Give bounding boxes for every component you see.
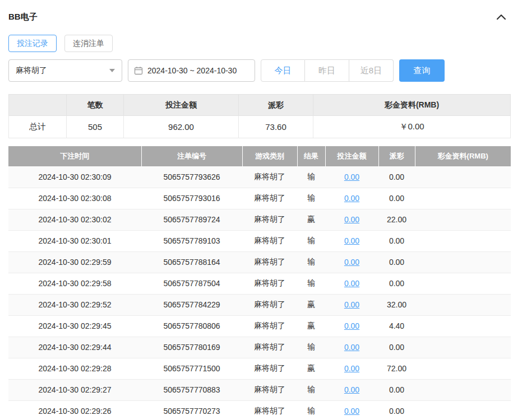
table-row: 2024-10-30 02:30:015065757789103麻将胡了输0.0…: [8, 230, 511, 251]
date-range-picker[interactable]: 2024-10-30 ~ 2024-10-30: [128, 59, 255, 82]
cell-order-id: 5065757793016: [141, 188, 242, 209]
cell-bet-time: 2024-10-30 02:29:44: [8, 337, 141, 358]
cell-result: 赢: [297, 294, 325, 315]
summary-header-bet-amount: 投注金额: [124, 95, 239, 116]
header-game-type: 游戏类别: [242, 146, 297, 166]
tab-bet-records[interactable]: 投注记录: [8, 35, 57, 52]
summary-header-payout: 派彩: [239, 95, 313, 116]
cell-game-type: 麻将胡了: [242, 337, 297, 358]
bet-amount-link[interactable]: 0.00: [344, 194, 359, 203]
cell-game-type: 麻将胡了: [242, 294, 297, 315]
cell-payout: 0.00: [378, 166, 415, 188]
bet-amount-link[interactable]: 0.00: [344, 300, 359, 309]
cell-result: 输: [297, 273, 325, 294]
summary-total-bet-amount: 962.00: [124, 116, 239, 138]
cell-bonus: [415, 315, 511, 337]
table-row: 2024-10-30 02:29:585065757787504麻将胡了输0.0…: [8, 273, 511, 294]
record-tabs: 投注记录 连消注单: [8, 35, 511, 52]
cell-game-type: 麻将胡了: [242, 230, 297, 251]
cell-payout: 0.00: [378, 251, 415, 273]
cell-result: 赢: [297, 315, 325, 337]
cell-order-id: 5065757780806: [141, 315, 242, 337]
cell-payout: 0.00: [378, 400, 415, 420]
bet-record-panel: BB电子 投注记录 连消注单 麻将胡了 2024-10-30 ~ 2024-10…: [0, 0, 513, 420]
summary-total-count: 505: [67, 116, 124, 138]
cell-game-type: 麻将胡了: [242, 315, 297, 337]
bet-amount-link[interactable]: 0.00: [344, 321, 359, 330]
cell-payout: 0.00: [378, 230, 415, 251]
cell-bonus: [415, 188, 511, 209]
cell-bonus: [415, 358, 511, 379]
cell-payout: 72.00: [378, 358, 415, 379]
cell-bet-time: 2024-10-30 02:29:27: [8, 379, 141, 400]
game-type-select[interactable]: 麻将胡了: [8, 59, 122, 82]
table-row: 2024-10-30 02:29:275065757770883麻将胡了输0.0…: [8, 379, 511, 400]
records-table-body: 2024-10-30 02:30:095065757793626麻将胡了输0.0…: [8, 166, 511, 420]
summary-header-blank: [9, 95, 67, 116]
cell-game-type: 麻将胡了: [242, 188, 297, 209]
cell-bet-amount: 0.00: [325, 251, 378, 273]
cell-game-type: 麻将胡了: [242, 273, 297, 294]
bet-amount-link[interactable]: 0.00: [344, 364, 359, 373]
cell-bet-amount: 0.00: [325, 209, 378, 230]
bet-amount-link[interactable]: 0.00: [344, 215, 359, 224]
table-row: 2024-10-30 02:29:455065757780806麻将胡了赢0.0…: [8, 315, 511, 337]
cell-bonus: [415, 251, 511, 273]
cell-bet-time: 2024-10-30 02:30:09: [8, 166, 141, 188]
cell-payout: 0.00: [378, 337, 415, 358]
cell-order-id: 5065757784229: [141, 294, 242, 315]
header-payout: 派彩: [378, 146, 415, 166]
cell-payout: 0.00: [378, 379, 415, 400]
table-row: 2024-10-30 02:29:445065757780169麻将胡了输0.0…: [8, 337, 511, 358]
cell-result: 赢: [297, 209, 325, 230]
cell-bonus: [415, 294, 511, 315]
bet-amount-link[interactable]: 0.00: [344, 236, 359, 245]
table-row: 2024-10-30 02:30:085065757793016麻将胡了输0.0…: [8, 188, 511, 209]
cell-payout: 0.00: [378, 273, 415, 294]
cell-bet-time: 2024-10-30 02:29:52: [8, 294, 141, 315]
quick-button-yesterday[interactable]: 昨日: [305, 59, 349, 82]
collapse-panel-button[interactable]: [496, 13, 511, 20]
cell-bet-amount: 0.00: [325, 294, 378, 315]
quick-button-today[interactable]: 今日: [261, 59, 305, 82]
summary-header-row: 笔数 投注金额 派彩 彩金资料(RMB): [9, 95, 511, 116]
cell-bet-time: 2024-10-30 02:29:28: [8, 358, 141, 379]
summary-header-count: 笔数: [67, 95, 124, 116]
cell-payout: 4.40: [378, 315, 415, 337]
header-result: 结果: [297, 146, 325, 166]
chevron-up-icon: [496, 13, 506, 20]
bet-amount-link[interactable]: 0.00: [344, 343, 359, 352]
cell-bet-time: 2024-10-30 02:29:58: [8, 273, 141, 294]
header-bet-amount: 投注金额: [325, 146, 378, 166]
cell-order-id: 5065757789724: [141, 209, 242, 230]
bet-amount-link[interactable]: 0.00: [344, 279, 359, 288]
table-row: 2024-10-30 02:29:285065757771500麻将胡了赢0.0…: [8, 358, 511, 379]
cell-game-type: 麻将胡了: [242, 400, 297, 420]
bet-amount-link[interactable]: 0.00: [344, 172, 359, 181]
cell-bet-amount: 0.00: [325, 166, 378, 188]
summary-total-row: 总计 505 962.00 73.60 ￥0.00: [9, 116, 511, 138]
cell-bet-time: 2024-10-30 02:29:26: [8, 400, 141, 420]
cell-bet-time: 2024-10-30 02:30:08: [8, 188, 141, 209]
search-button[interactable]: 查询: [399, 59, 445, 82]
bet-amount-link[interactable]: 0.00: [344, 385, 359, 394]
cell-result: 输: [297, 400, 325, 420]
game-type-selected-value: 麻将胡了: [16, 66, 47, 76]
quick-date-buttons: 今日 昨日 近8日: [261, 59, 394, 82]
cell-payout: 0.00: [378, 188, 415, 209]
cell-game-type: 麻将胡了: [242, 209, 297, 230]
chevron-down-icon: [109, 69, 115, 72]
tab-cascade-orders[interactable]: 连消注单: [64, 35, 113, 52]
cell-game-type: 麻将胡了: [242, 166, 297, 188]
cell-bet-amount: 0.00: [325, 188, 378, 209]
summary-total-label: 总计: [9, 116, 67, 138]
date-range-value: 2024-10-30 ~ 2024-10-30: [147, 66, 237, 75]
cell-result: 输: [297, 251, 325, 273]
quick-button-last8days[interactable]: 近8日: [349, 59, 394, 82]
records-header-row: 下注时间 注单编号 游戏类别 结果 投注金额 派彩 彩金资料(RMB): [8, 146, 511, 166]
bet-amount-link[interactable]: 0.00: [344, 407, 359, 416]
cell-bonus: [415, 230, 511, 251]
bet-amount-link[interactable]: 0.00: [344, 258, 359, 267]
cell-payout: 32.00: [378, 294, 415, 315]
cell-bet-amount: 0.00: [325, 379, 378, 400]
